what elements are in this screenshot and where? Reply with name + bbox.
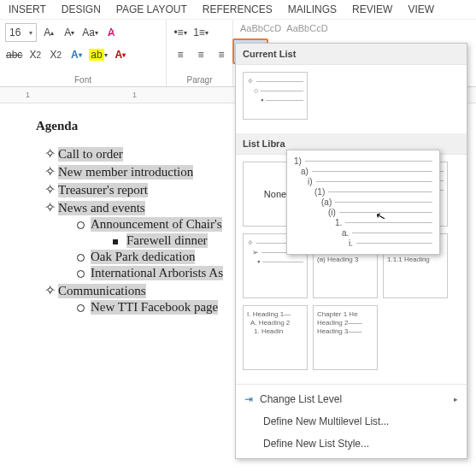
list-item-text: News and events (58, 201, 145, 215)
chevron-down-icon: ▾ (29, 29, 32, 37)
change-list-level-item[interactable]: ⇥ Change List Level ▸ (236, 388, 467, 410)
style-preview-1[interactable]: AaBbCcD (240, 23, 281, 33)
highlight-button[interactable]: ab▾ (88, 45, 108, 64)
superscript-button[interactable]: X2 (47, 45, 64, 64)
indent-icon: ⇥ (244, 393, 253, 405)
dd-current-list-header: Current List (236, 44, 467, 65)
font-size-value: 16 (9, 26, 21, 38)
list-item-text: International Arborists As (91, 266, 223, 280)
tab-view[interactable]: VIEW (408, 3, 434, 15)
circle-bullet-icon (77, 250, 91, 264)
sparkle-bullet-icon: ✧ (44, 181, 58, 197)
list-item-text: New member introduction (58, 165, 193, 180)
paragraph-group: •≡▾ 1≡▾ ≡ ≡ ≡ Paragr (167, 20, 233, 86)
list-item-text: Call to order (58, 147, 123, 162)
ribbon-tabs: INSERT DESIGN PAGE LAYOUT REFERENCES MAI… (0, 0, 476, 20)
list-item-text: Oak Park dedication (91, 250, 195, 264)
tab-design[interactable]: DESIGN (62, 3, 101, 15)
tab-page-layout[interactable]: PAGE LAYOUT (116, 3, 187, 15)
font-color-button[interactable]: A▾ (112, 45, 129, 64)
numbering-button[interactable]: 1≡▾ (192, 23, 209, 42)
list-preview-tooltip: 1)a)i)(1)(a)(i)1.a.i. (286, 150, 440, 255)
chevron-right-icon: ▸ (454, 395, 458, 403)
tab-mailings[interactable]: MAILINGS (288, 3, 337, 15)
thumb-lib-h[interactable]: Chapter 1 He Heading 2—— Heading 3—— (313, 305, 378, 370)
bullets-button[interactable]: •≡▾ (172, 23, 189, 42)
square-bullet-icon (113, 233, 126, 248)
font-size-combo[interactable]: 16 ▾ (5, 23, 37, 42)
list-item-text: New TTI Facebook page (91, 300, 218, 315)
list-item-text: Treasurer's report (58, 183, 148, 197)
list-item-text: Farewell dinner (126, 233, 208, 248)
circle-bullet-icon (77, 300, 91, 315)
subscript-button[interactable]: X2 (26, 45, 44, 64)
font-group-label: Font (0, 75, 166, 86)
align-right-button[interactable]: ≡ (213, 45, 230, 64)
paragraph-group-label: Paragr (167, 75, 232, 86)
text-effects-button[interactable]: A▾ (68, 45, 85, 64)
style-preview-2[interactable]: AaBbCcD (286, 23, 327, 33)
styles-group: AaBbCcD AaBbCcD All ▾ (233, 20, 476, 37)
define-multilevel-list-item[interactable]: Define New Multilevel List... (236, 410, 467, 433)
change-case-button[interactable]: Aa▾ (81, 23, 99, 42)
clear-format-button[interactable]: A̷ (103, 23, 120, 42)
list-item-text: Announcement of Chair's (91, 217, 222, 232)
list-item-text: Communications (58, 284, 146, 298)
align-center-button[interactable]: ≡ (192, 45, 209, 64)
font-group: 16 ▾ A▴ A▾ Aa▾ A̷ abc X2 X2 A▾ ab▾ A▾ Fo… (0, 20, 167, 86)
tab-review[interactable]: REVIEW (352, 3, 392, 15)
strike-button[interactable]: abc (5, 45, 23, 64)
tab-references[interactable]: REFERENCES (203, 3, 273, 15)
sparkle-bullet-icon: ✧ (44, 145, 58, 162)
sparkle-bullet-icon: ✧ (44, 282, 58, 298)
align-left-button[interactable]: ≡ (172, 45, 189, 64)
shrink-font-button[interactable]: A▾ (61, 23, 78, 42)
sparkle-bullet-icon: ✧ (44, 163, 58, 180)
thumb-current[interactable]: ✧ ○ ▪ (243, 72, 308, 120)
thumb-lib-g[interactable]: I. Heading 1— A. Heading 2 1. Headin (243, 305, 308, 370)
tab-insert[interactable]: INSERT (9, 3, 46, 15)
define-list-style-item[interactable]: Define New List Style... (236, 433, 467, 455)
circle-bullet-icon (77, 266, 91, 280)
circle-bullet-icon (77, 217, 91, 232)
grow-font-button[interactable]: A▴ (40, 23, 57, 42)
sparkle-bullet-icon: ✧ (44, 199, 58, 215)
